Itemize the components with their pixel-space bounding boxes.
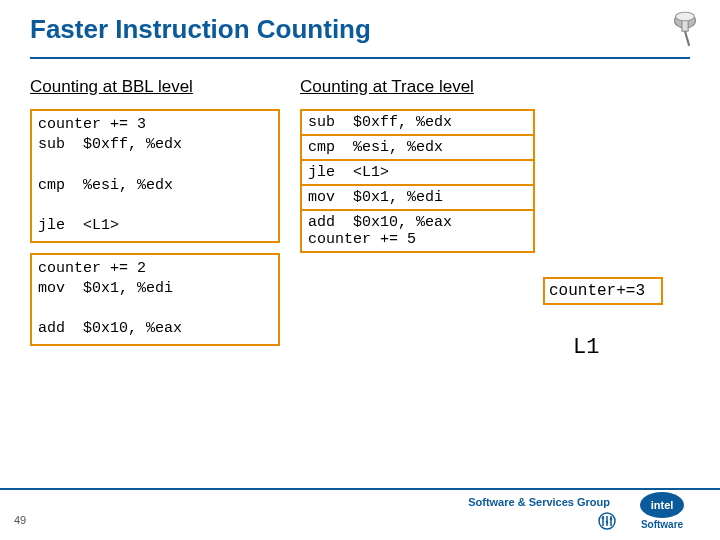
left-column: Counting at BBL level counter += 3 sub $… xyxy=(30,77,280,360)
svg-point-4 xyxy=(602,517,605,520)
trace-row: add $0x10, %eax counter += 5 xyxy=(302,211,533,251)
trace-row: cmp %esi, %edx xyxy=(302,136,533,161)
right-column: Counting at Trace level sub $0xff, %edx … xyxy=(300,77,535,360)
intel-logo-sub: Software xyxy=(622,519,702,530)
trace-row: sub $0xff, %edx xyxy=(302,111,533,136)
trace-block: sub $0xff, %edx cmp %esi, %edx jle <L1> … xyxy=(300,109,535,253)
intel-logo: intel Software xyxy=(622,492,702,530)
svg-point-2 xyxy=(676,12,695,20)
footer: Software & Services Group intel Software xyxy=(0,490,720,540)
right-heading: Counting at Trace level xyxy=(300,77,535,97)
l1-label: L1 xyxy=(543,335,663,360)
bbl-block-2: counter += 2 mov $0x1, %edi add $0x10, %… xyxy=(30,253,280,346)
content-area: Counting at BBL level counter += 3 sub $… xyxy=(0,59,720,360)
svg-point-6 xyxy=(610,518,613,521)
pushpin-icon xyxy=(664,6,706,48)
software-icon xyxy=(598,512,616,530)
svg-point-5 xyxy=(606,521,609,524)
page-number: 49 xyxy=(14,514,26,526)
slide-title: Faster Instruction Counting xyxy=(30,14,690,45)
trace-row: mov $0x1, %edi xyxy=(302,186,533,211)
left-heading: Counting at BBL level xyxy=(30,77,280,97)
bbl-block-1: counter += 3 sub $0xff, %edx cmp %esi, %… xyxy=(30,109,280,243)
trace-row: jle <L1> xyxy=(302,161,533,186)
side-column: counter+=3 L1 xyxy=(543,77,663,360)
counter-annotation: counter+=3 xyxy=(543,277,663,305)
footer-group-text: Software & Services Group xyxy=(468,496,610,508)
intel-logo-text: intel xyxy=(640,492,684,518)
